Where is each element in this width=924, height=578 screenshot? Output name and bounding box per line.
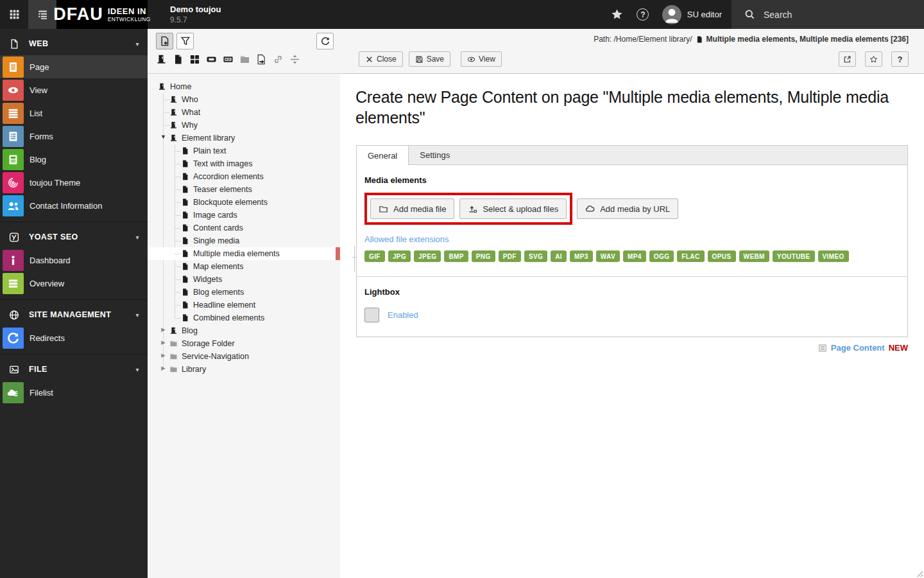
- new-page-button[interactable]: [156, 33, 173, 49]
- tree-node-image-cards[interactable]: Image cards: [148, 209, 340, 222]
- sidebar-item-redirects[interactable]: Redirects: [0, 326, 148, 349]
- tree-node-what[interactable]: What: [148, 106, 340, 119]
- drag-divider-icon[interactable]: [289, 54, 300, 65]
- tree-node-plain-text[interactable]: Plain text: [148, 144, 340, 157]
- expand-icon[interactable]: ▶: [159, 365, 167, 371]
- add-media-file-button[interactable]: Add media file: [370, 198, 454, 219]
- page-title: Create new Page Content on page "Multipl…: [355, 87, 909, 128]
- allowed-file-extensions-link[interactable]: Allowed file extensions: [364, 234, 449, 244]
- extension-badge: OGG: [649, 250, 674, 262]
- tree-node-home[interactable]: Home: [148, 80, 340, 93]
- document-area: Path: /Home/Element library/ Multiple me…: [340, 29, 924, 578]
- tree-node-service-navigation[interactable]: ▶Service-Navigation: [148, 350, 340, 363]
- sidebar-item-blog[interactable]: Blog: [0, 148, 148, 171]
- path-prefix: Path: /Home/Element library/: [594, 35, 692, 44]
- sidebar-item-filelist[interactable]: Filelist: [0, 381, 148, 404]
- tree-node-widgets[interactable]: Widgets: [148, 273, 340, 286]
- tree-node-storage-folder[interactable]: ▶Storage Folder: [148, 337, 340, 350]
- page-icon: [696, 35, 703, 44]
- select-upload-files-button[interactable]: Select & upload files: [459, 198, 567, 219]
- help-button[interactable]: ?: [630, 0, 656, 29]
- tree-node-element-library[interactable]: ▼Element library: [148, 132, 340, 144]
- tree-node-map-elements[interactable]: Map elements: [148, 260, 340, 273]
- module-list-toggle[interactable]: [28, 0, 56, 29]
- global-search[interactable]: Search: [732, 0, 924, 29]
- tree-node-multiple-media-elements[interactable]: Multiple media elements: [148, 247, 340, 260]
- close-button[interactable]: Close: [359, 51, 403, 67]
- expand-icon[interactable]: ▶: [159, 352, 167, 358]
- breadcrumb: Path: /Home/Element library/ Multiple me…: [594, 35, 909, 44]
- sidebar-item-view[interactable]: View: [0, 78, 148, 101]
- document-icon: [8, 39, 21, 49]
- user-menu[interactable]: SU editor: [656, 0, 732, 29]
- enabled-label[interactable]: Enabled: [388, 310, 418, 320]
- brand-logo[interactable]: DFAU IDEEN IN ENTWICKLUNG: [56, 0, 148, 29]
- tree-node-text-with-images[interactable]: Text with images: [148, 157, 340, 170]
- sidebar-item-list[interactable]: List: [0, 101, 148, 125]
- drag-page-icon[interactable]: [173, 54, 184, 65]
- collapse-icon[interactable]: ▼: [159, 134, 167, 140]
- tree-node-blog-elements[interactable]: Blog elements: [148, 286, 340, 299]
- tab-general[interactable]: General: [357, 146, 409, 165]
- sidebar-item-contact-information[interactable]: Contact Information: [0, 194, 148, 217]
- tree-node-combined-elements[interactable]: Combined elements: [148, 311, 340, 324]
- modules-grid-toggle[interactable]: [0, 0, 28, 29]
- section-header-site-management[interactable]: SITE MANAGEMENT ▾: [0, 303, 148, 326]
- sidebar-item-dashboard[interactable]: Dashboard: [0, 249, 148, 272]
- tree-node-why[interactable]: Why: [148, 119, 340, 132]
- filter-button[interactable]: [176, 33, 194, 49]
- eye-icon: [3, 80, 24, 101]
- open-in-new-window-button[interactable]: [839, 51, 856, 67]
- tree-node-library[interactable]: ▶Library: [148, 363, 340, 376]
- tree-node-blockquote-elements[interactable]: Blockquote elements: [148, 196, 340, 209]
- content-record-icon: [818, 344, 827, 353]
- tree-node-single-media[interactable]: Single media: [148, 234, 340, 247]
- section-header-file[interactable]: FILE ▾: [0, 358, 148, 381]
- sidebar-item-page[interactable]: Page: [0, 55, 148, 78]
- tree-node-blog[interactable]: ▶Blog: [148, 324, 340, 337]
- save-button[interactable]: Save: [409, 51, 450, 67]
- drag-backend-section-icon[interactable]: [223, 54, 234, 65]
- list-tree-icon: [37, 9, 48, 20]
- bookmarks-button[interactable]: [604, 0, 630, 29]
- section-header-yoast-seo[interactable]: YOAST SEO ▾: [0, 225, 148, 249]
- expand-icon[interactable]: ▶: [159, 326, 167, 333]
- sidebar-item-toujou-theme[interactable]: toujou Theme: [0, 171, 148, 194]
- form-icon: [3, 126, 24, 147]
- bookmark-button[interactable]: [865, 51, 882, 67]
- extension-badge: JPG: [388, 250, 411, 262]
- module-section-file: FILE ▾ Filelist: [0, 354, 148, 404]
- tree-node-content-cards[interactable]: Content cards: [148, 222, 340, 234]
- drag-shortcut-page-icon[interactable]: [256, 54, 267, 65]
- extension-badge: SVG: [524, 250, 547, 262]
- tree-node-headline-element[interactable]: Headline element: [148, 299, 340, 311]
- refresh-icon: [320, 36, 330, 46]
- sidebar-item-overview[interactable]: Overview: [0, 272, 148, 295]
- drag-mountpoint-icon[interactable]: [206, 54, 217, 65]
- record-type-link[interactable]: Page Content: [831, 343, 885, 353]
- resize-grip[interactable]: [915, 569, 923, 577]
- view-button[interactable]: View: [461, 51, 502, 67]
- tree-node-who[interactable]: Who: [148, 93, 340, 106]
- tree-node-accordion-elements[interactable]: Accordion elements: [148, 170, 340, 183]
- section-header-web[interactable]: WEB ▾: [0, 32, 148, 55]
- refresh-button[interactable]: [316, 33, 334, 49]
- extension-badge: AI: [551, 250, 567, 262]
- drag-link-icon[interactable]: [273, 54, 284, 65]
- help-button[interactable]: ?: [891, 51, 909, 67]
- question-icon: ?: [898, 55, 903, 64]
- drag-folder-icon[interactable]: [239, 54, 250, 65]
- extension-badge: PNG: [472, 250, 495, 262]
- new-page-drag-area: [156, 54, 334, 65]
- lightbox-enabled-checkbox[interactable]: [364, 308, 379, 322]
- tab-settings[interactable]: Settings: [409, 146, 461, 164]
- page-module-icon: [3, 57, 24, 78]
- tree-node-teaser-elements[interactable]: Teaser elements: [148, 183, 340, 196]
- extension-badge: VIMEO: [818, 250, 849, 262]
- drag-grid-page-icon[interactable]: [189, 54, 200, 65]
- expand-icon[interactable]: ▶: [159, 339, 167, 346]
- add-media-by-url-button[interactable]: Add media by URL: [577, 198, 678, 219]
- nav-splitter-handle[interactable]: [354, 246, 355, 272]
- sidebar-item-forms[interactable]: Forms: [0, 125, 148, 148]
- drag-siteroot-page-icon[interactable]: [156, 54, 167, 65]
